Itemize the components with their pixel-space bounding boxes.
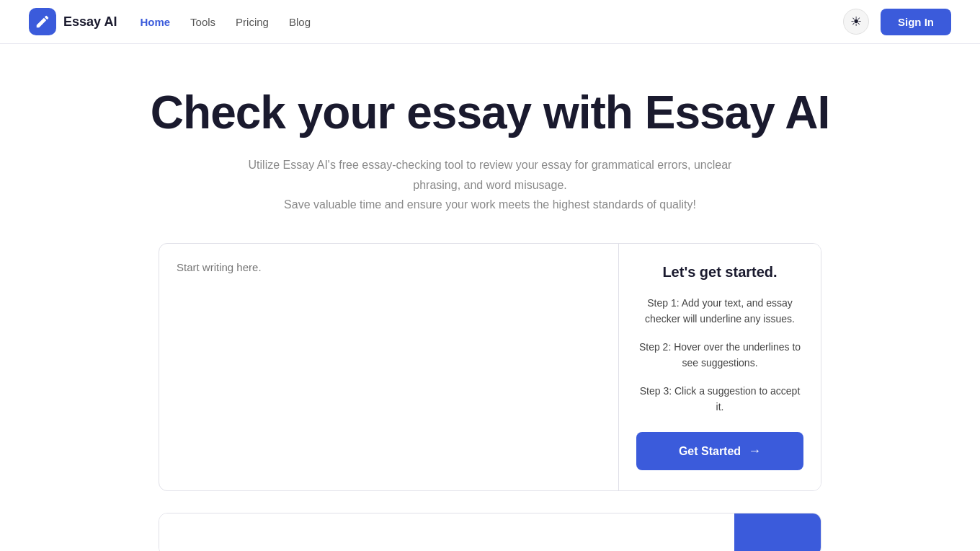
- sign-in-button[interactable]: Sign In: [881, 9, 951, 35]
- nav-link-blog[interactable]: Blog: [289, 16, 311, 28]
- nav-link-tools[interactable]: Tools: [190, 16, 215, 28]
- nav-links: Home Tools Pricing Blog: [140, 16, 311, 28]
- theme-toggle-button[interactable]: ☀: [843, 9, 869, 35]
- steps-title: Let's get started.: [636, 264, 803, 281]
- arrow-icon: →: [748, 444, 761, 459]
- editor-sidebar: Let's get started. Step 1: Add your text…: [619, 244, 821, 490]
- navbar: Essay AI Home Tools Pricing Blog ☀ Sign …: [0, 0, 980, 44]
- hero-subtitle: Utilize Essay AI's free essay-checking t…: [231, 155, 749, 214]
- pencil-icon: [35, 14, 50, 30]
- nav-link-home[interactable]: Home: [140, 16, 170, 28]
- hero-subtitle-line1: Utilize Essay AI's free essay-checking t…: [249, 159, 732, 190]
- hero-section: Check your essay with Essay AI Utilize E…: [0, 44, 980, 551]
- logo-icon: [29, 8, 56, 35]
- step3-text: Step 3: Click a suggestion to accept it.: [636, 383, 803, 415]
- sun-icon: ☀: [850, 14, 862, 30]
- get-started-button[interactable]: Get Started →: [636, 432, 803, 470]
- bottom-card-right-accent: [734, 513, 821, 551]
- nav-link-pricing[interactable]: Pricing: [236, 16, 269, 28]
- bottom-card-left: [159, 513, 734, 551]
- essay-input[interactable]: [177, 261, 601, 473]
- get-started-label: Get Started: [679, 445, 741, 458]
- bottom-partial-card: [159, 513, 821, 551]
- nav-left: Essay AI Home Tools Pricing Blog: [29, 8, 311, 35]
- nav-right: ☀ Sign In: [843, 9, 951, 35]
- hero-subtitle-line2: Save valuable time and ensure your work …: [284, 198, 696, 211]
- hero-title: Check your essay with Essay AI: [29, 87, 951, 138]
- editor-card: Let's get started. Step 1: Add your text…: [159, 243, 821, 491]
- step2-text: Step 2: Hover over the underlines to see…: [636, 339, 803, 371]
- logo-text: Essay AI: [63, 14, 117, 30]
- editor-text-area-wrapper: [159, 244, 619, 490]
- step1-text: Step 1: Add your text, and essay checker…: [636, 295, 803, 327]
- logo[interactable]: Essay AI: [29, 8, 117, 35]
